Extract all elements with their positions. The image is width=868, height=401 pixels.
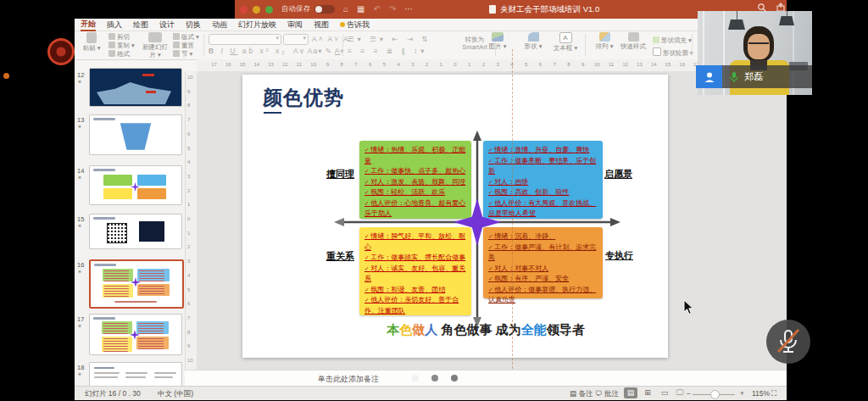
undo-icon[interactable]: ↶ bbox=[374, 0, 381, 19]
grid-icon[interactable]: ▦ bbox=[357, 0, 364, 19]
shape-outline-button[interactable]: 形状轮廓 ▾ bbox=[653, 47, 693, 58]
quadrant-box-orange[interactable]: 情绪：沉着、冷静、 工作：做事严谨、有计划、追求完美 对人：对事不对人 氛围：有… bbox=[483, 227, 603, 298]
slide-thumbnail-17[interactable] bbox=[89, 314, 182, 355]
tab-animations[interactable]: 动画 bbox=[212, 19, 227, 31]
animation-star-icon: ✶ bbox=[77, 124, 82, 131]
fit-to-window-button[interactable]: ⛶ bbox=[771, 389, 776, 398]
guide-line[interactable] bbox=[512, 49, 513, 382]
list-buttons[interactable]: ☰▾ ☰▾ ⇤ ⇥ ⇅ bbox=[348, 35, 431, 43]
mute-button[interactable] bbox=[766, 320, 810, 364]
mouse-cursor bbox=[683, 299, 694, 315]
zoom-slider-knob[interactable] bbox=[710, 390, 720, 399]
ribbon-divider bbox=[203, 34, 204, 56]
slogan-text[interactable]: 本色做人 角色做事 成为全能领导者 bbox=[387, 322, 584, 338]
shapes-button[interactable]: 形状 ▾ bbox=[522, 32, 544, 50]
picture-button[interactable]: 图片 ▾ bbox=[487, 32, 509, 50]
quadrant-box-yellow[interactable]: 情绪：脾气好、平和、放松、耐心 工作：做事踏实、擅长配合做事 对人：诚实、友好、… bbox=[359, 227, 471, 315]
font-style-buttons[interactable]: B I U ab x² x₂ bbox=[209, 47, 287, 55]
page-dot-active[interactable] bbox=[412, 375, 419, 382]
normal-view-button[interactable]: ▤ bbox=[624, 387, 637, 398]
font-resize-buttons[interactable]: A˄ A˅ A̶ bbox=[312, 35, 350, 43]
section-button[interactable]: 节 ▾ bbox=[173, 50, 192, 58]
quadrant-label-bottom-right[interactable]: 专执行 bbox=[605, 249, 633, 262]
slide-number: 15 bbox=[77, 215, 84, 223]
tab-review[interactable]: 审阅 bbox=[287, 19, 303, 31]
slogan-part: 色 bbox=[399, 322, 412, 337]
quadrant-label-top-right[interactable]: 启愿景 bbox=[604, 168, 632, 181]
arrange-icon bbox=[599, 32, 610, 42]
font-size-combo[interactable] bbox=[283, 34, 309, 45]
record-indicator-icon[interactable] bbox=[47, 38, 75, 65]
tab-transitions[interactable]: 切换 bbox=[186, 19, 201, 31]
align-buttons[interactable]: ≡ ≡ ≡ ≣ ∥ ↕▾ bbox=[348, 47, 428, 55]
reset-button[interactable]: 重置 bbox=[173, 42, 194, 50]
textbox-button[interactable]: A 文本框 ▾ bbox=[553, 32, 578, 52]
notes-pane[interactable]: 单击此处添加备注 bbox=[185, 370, 787, 387]
document-title: 央财工会干部场域培训 V1.0 bbox=[489, 0, 599, 19]
quadrant-box-green[interactable]: 情绪：热情、乐观、积极、正能量 工作：做事快、点子多、超热心 对人：激发、表扬、… bbox=[359, 141, 471, 219]
paste-button[interactable]: 粘贴 ▾ bbox=[80, 32, 103, 52]
comments-toggle-button[interactable]: 🗩 批注 bbox=[595, 389, 619, 399]
zoom-out-button[interactable]: − bbox=[687, 389, 691, 398]
box-line: 情绪：沉着、冷静、 bbox=[488, 231, 598, 242]
tab-home[interactable]: 开始 bbox=[81, 19, 96, 31]
box-line: 工作：做事果断、要结果、乐于创新 bbox=[488, 156, 598, 177]
home-icon[interactable]: ⌂ bbox=[343, 0, 348, 19]
zoom-in-button[interactable]: + bbox=[740, 389, 744, 398]
minimize-window-button[interactable] bbox=[253, 6, 260, 14]
tab-design[interactable]: 设计 bbox=[159, 19, 175, 31]
layout-button[interactable]: 版式 ▾ bbox=[173, 33, 199, 42]
document-icon bbox=[489, 5, 496, 14]
slide-thumbnail-18[interactable] bbox=[89, 362, 182, 387]
slide-thumbnail-12[interactable] bbox=[89, 68, 182, 107]
cut-button[interactable]: 剪切 bbox=[108, 33, 130, 42]
reading-view-button[interactable]: ▭ bbox=[658, 387, 671, 398]
box-line: 氛围：和谐、友善、团结 bbox=[364, 285, 467, 296]
shape-fill-button[interactable]: 形状填充 ▾ bbox=[653, 36, 692, 45]
autosave-toggle[interactable] bbox=[314, 5, 335, 14]
slide-thumbnail-14[interactable] bbox=[89, 165, 182, 205]
slide-thumbnail-16-selected[interactable] bbox=[89, 259, 184, 309]
quadrant-box-blue[interactable]: 情绪：激情、兴奋、自豪、爽快 工作：做事果断、要结果、乐于创新 对人：画饼 氛围… bbox=[483, 141, 603, 219]
tab-insert[interactable]: 插入 bbox=[107, 19, 122, 31]
slide-thumbnail-15[interactable] bbox=[89, 214, 182, 249]
zoom-window-button[interactable] bbox=[265, 6, 273, 14]
arrange-button[interactable]: 排列 ▾ bbox=[593, 32, 615, 50]
language-indicator[interactable]: 中文 (中国) bbox=[158, 389, 193, 399]
participant-name-bar: 郑磊 bbox=[722, 65, 812, 88]
ribbon-divider bbox=[585, 34, 586, 56]
editing-canvas: 颜色优势 情绪：热情、乐观、积极、正能量 工作：做事快、点子多、超热心 对人：激… bbox=[197, 71, 787, 370]
new-slide-button[interactable]: 新建幻灯片 ▾ bbox=[141, 32, 170, 59]
tab-slideshow[interactable]: 幻灯片放映 bbox=[238, 19, 276, 31]
more-icon[interactable]: ⋯ bbox=[404, 0, 413, 19]
box-line: 工作：做事严谨、有计划、追求完美 bbox=[488, 242, 598, 264]
slide-sorter-view-button[interactable]: ⊞ bbox=[641, 387, 654, 398]
font-name-combo[interactable] bbox=[209, 34, 281, 45]
notes-placeholder[interactable]: 单击此处添加备注 bbox=[318, 374, 379, 385]
zoom-level[interactable]: 115% bbox=[752, 389, 770, 398]
tab-draw[interactable]: 绘图 bbox=[133, 19, 148, 31]
copy-button[interactable]: 复制 ▾ bbox=[108, 42, 135, 50]
page-dot[interactable] bbox=[431, 375, 438, 382]
slideshow-button[interactable]: 🖵 bbox=[673, 387, 687, 398]
slide-thumbnail-13[interactable] bbox=[89, 114, 182, 155]
slide[interactable]: 颜色优势 情绪：热情、乐观、积极、正能量 工作：做事快、点子多、超热心 对人：激… bbox=[242, 75, 668, 358]
close-window-button[interactable] bbox=[240, 6, 248, 14]
copy-icon bbox=[108, 42, 115, 48]
tab-tellme[interactable]: 告诉我 bbox=[340, 19, 370, 31]
box-line: 他人评价：亲切友好、善于合作、注重团队 bbox=[364, 295, 467, 316]
slogan-part: 本 bbox=[387, 322, 399, 337]
status-bar: 幻灯片 16 / 0 . 30 中文 (中国) ▤ 备注 🗩 批注 ▤ ⊞ ▭ … bbox=[75, 386, 787, 400]
font-color-buttons[interactable]: A∨ Aa▾ ✎ A▾ bbox=[293, 47, 345, 55]
participants-button[interactable] bbox=[696, 65, 722, 88]
quadrant-label-top-left[interactable]: 擅同理 bbox=[326, 168, 354, 181]
notes-toggle-button[interactable]: ▤ 备注 bbox=[570, 389, 593, 399]
quadrant-label-bottom-left[interactable]: 重关系 bbox=[326, 250, 354, 263]
cut-icon bbox=[108, 33, 115, 40]
quick-styles-button[interactable]: 快速样式 bbox=[619, 32, 648, 50]
format-painter-button[interactable]: 格式 bbox=[108, 50, 130, 58]
slogan-part: 领导者 bbox=[547, 322, 585, 337]
tab-view[interactable]: 视图 bbox=[314, 19, 329, 31]
redo-icon[interactable]: ↷ bbox=[389, 0, 396, 19]
page-dot[interactable] bbox=[451, 375, 458, 382]
